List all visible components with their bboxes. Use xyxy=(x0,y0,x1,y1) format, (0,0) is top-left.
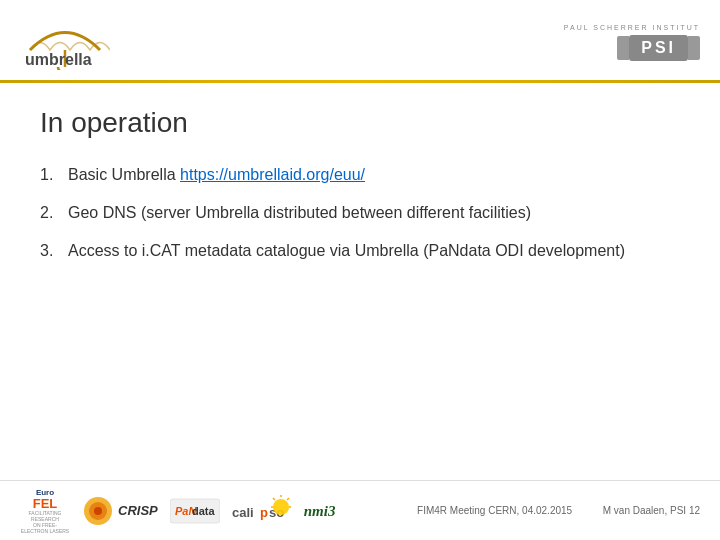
nmi3-logo: nmi3 xyxy=(304,502,336,520)
list-number-2: 2. xyxy=(40,201,68,225)
list-item: 1. Basic Umbrella https://umbrellaid.org… xyxy=(40,163,680,187)
list-number-1: 1. xyxy=(40,163,68,187)
footer-separator xyxy=(575,505,603,516)
list-text-1: Basic Umbrella https://umbrellaid.org/eu… xyxy=(68,163,680,187)
svg-text:data: data xyxy=(192,505,216,517)
footer: Euro FEL FACILITATING RESEARCHON FREE-EL… xyxy=(0,480,720,540)
slide-title: In operation xyxy=(40,107,680,139)
psi-badge: PSI xyxy=(629,35,688,61)
umbrella-link[interactable]: https://umbrellaid.org/euu/ xyxy=(180,166,365,183)
list-number-3: 3. xyxy=(40,239,68,263)
svg-text:umbrella: umbrella xyxy=(25,51,92,68)
umbrella-logo: umbrella xyxy=(20,15,110,70)
svg-point-11 xyxy=(273,499,289,515)
pandata-logo: PaN data xyxy=(170,495,220,527)
svg-text:p: p xyxy=(260,505,268,520)
footer-author: M van Daalen, PSI xyxy=(603,505,686,516)
footer-citation: FIM4R Meeting CERN, 04.02.2015 xyxy=(417,505,572,516)
crisp-icon xyxy=(82,495,114,527)
eurofel-fel: FEL xyxy=(33,497,58,510)
footer-logos: Euro FEL FACILITATING RESEARCHON FREE-EL… xyxy=(20,488,335,534)
pandata-icon: PaN data xyxy=(170,495,220,527)
crisp-logo: CRISP xyxy=(82,495,158,527)
main-content: In operation 1. Basic Umbrella https://u… xyxy=(0,83,720,293)
umbrella-icon: umbrella xyxy=(20,15,110,70)
calipso-icon: cali p so xyxy=(232,495,292,527)
list-text-3: Access to i.CAT metadata catalogue via U… xyxy=(68,239,680,263)
content-list: 1. Basic Umbrella https://umbrellaid.org… xyxy=(40,163,680,263)
svg-text:cali: cali xyxy=(232,505,254,520)
eurofel-sub: FACILITATING RESEARCHON FREE-ELECTRON LA… xyxy=(20,510,70,534)
header: umbrella PAUL SCHERRER INSTITUT PSI xyxy=(0,0,720,80)
footer-info: FIM4R Meeting CERN, 04.02.2015 M van Daa… xyxy=(417,505,700,516)
list-text-2: Geo DNS (server Umbrella distributed bet… xyxy=(68,201,680,225)
nmi3-text: nmi3 xyxy=(304,503,336,519)
psi-institute-text: PAUL SCHERRER INSTITUT xyxy=(564,24,700,31)
svg-line-15 xyxy=(273,498,275,500)
svg-line-13 xyxy=(287,498,289,500)
calipso-logo: cali p so xyxy=(232,495,292,527)
svg-point-4 xyxy=(94,507,102,515)
list-item: 2. Geo DNS (server Umbrella distributed … xyxy=(40,201,680,225)
eurofel-logo: Euro FEL FACILITATING RESEARCHON FREE-EL… xyxy=(20,488,70,534)
footer-page: 12 xyxy=(689,505,700,516)
psi-logo: PAUL SCHERRER INSTITUT PSI xyxy=(564,24,700,61)
crisp-text: CRISP xyxy=(118,503,158,518)
list-item: 3. Access to i.CAT metadata catalogue vi… xyxy=(40,239,680,263)
